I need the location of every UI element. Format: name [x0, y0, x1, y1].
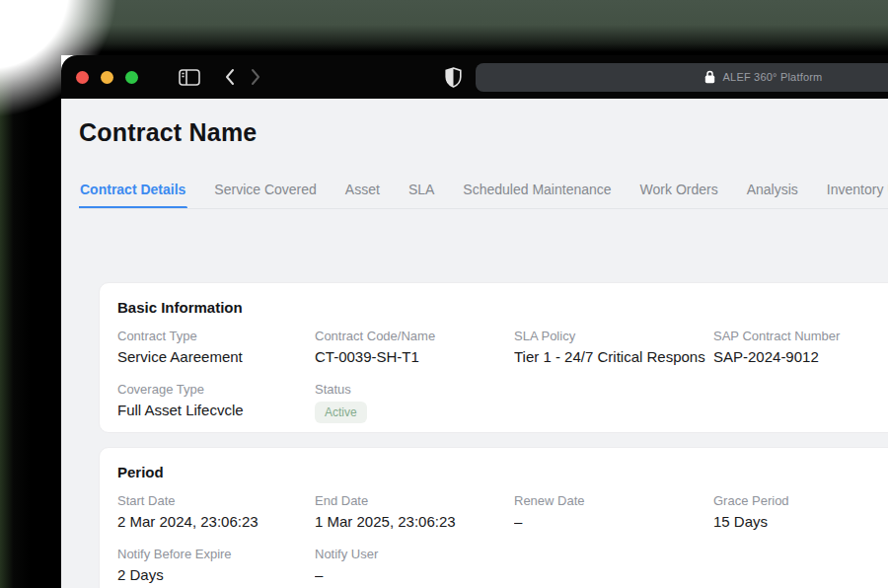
- field-coverage-type: Coverage Type Full Asset Lifecvcle: [117, 382, 315, 423]
- forward-icon[interactable]: [250, 68, 261, 86]
- field-renew-date: Renew Date –: [514, 493, 713, 530]
- field-end-date: End Date 1 Mar 2025, 23:06:23: [315, 493, 514, 530]
- browser-window: ALEF 360° Platform Contract Name Contrac…: [61, 55, 888, 588]
- sidebar-toggle-icon[interactable]: [179, 69, 200, 86]
- tab-service-covered[interactable]: Service Covered: [213, 182, 318, 197]
- field-grace-period: Grace Period 15 Days: [713, 493, 888, 530]
- close-window-button[interactable]: [76, 71, 89, 84]
- field-status: Status Active: [315, 382, 514, 423]
- address-bar[interactable]: ALEF 360° Platform: [476, 63, 888, 92]
- field-contract-code-name: Contract Code/Name CT-0039-SH-T1: [315, 329, 514, 365]
- tab-inventory-usage[interactable]: Inventory Usage: [826, 182, 888, 197]
- field-sla-policy: SLA Policy Tier 1 - 24/7 Critical Respon…: [514, 329, 713, 365]
- tab-sla[interactable]: SLA: [407, 182, 435, 197]
- period-card: Period Start Date 2 Mar 2024, 23:06:23 E…: [99, 447, 888, 588]
- card-title: Basic Information: [117, 299, 888, 316]
- field-sap-contract-number: SAP Contract Number SAP-2024-9012: [713, 329, 888, 365]
- tab-bar: Contract Details Service Covered Asset S…: [79, 182, 888, 209]
- status-badge: Active: [315, 402, 367, 423]
- address-text: ALEF 360° Platform: [723, 71, 823, 83]
- lock-icon: [704, 70, 715, 84]
- tab-work-orders[interactable]: Work Orders: [639, 182, 719, 197]
- field-contract-type: Contract Type Service Aareement: [117, 329, 315, 365]
- privacy-shield-icon[interactable]: [445, 67, 462, 88]
- card-title: Period: [117, 464, 888, 480]
- back-icon[interactable]: [224, 68, 236, 86]
- period-grid: Start Date 2 Mar 2024, 23:06:23 End Date…: [117, 493, 888, 583]
- basic-information-card: Basic Information Contract Type Service …: [99, 282, 888, 433]
- field-notify-before-expire: Notify Before Expire 2 Days: [117, 547, 315, 583]
- page-content: Contract Name Contract Details Service C…: [61, 99, 888, 588]
- page-title: Contract Name: [79, 118, 257, 147]
- screenshot-canvas: ALEF 360° Platform Contract Name Contrac…: [0, 0, 888, 588]
- window-controls: [76, 71, 138, 84]
- field-notify-user: Notify User –: [315, 547, 514, 583]
- zoom-window-button[interactable]: [125, 71, 138, 84]
- tab-scheduled-maintenance[interactable]: Scheduled Maintenance: [462, 182, 612, 197]
- field-start-date: Start Date 2 Mar 2024, 23:06:23: [117, 493, 315, 530]
- basic-information-grid: Contract Type Service Aareement Contract…: [117, 329, 888, 423]
- tab-contract-details[interactable]: Contract Details: [79, 182, 186, 197]
- tab-analysis[interactable]: Analysis: [746, 182, 799, 197]
- minimize-window-button[interactable]: [101, 71, 113, 84]
- tab-asset[interactable]: Asset: [344, 182, 381, 197]
- browser-titlebar: ALEF 360° Platform: [61, 55, 888, 99]
